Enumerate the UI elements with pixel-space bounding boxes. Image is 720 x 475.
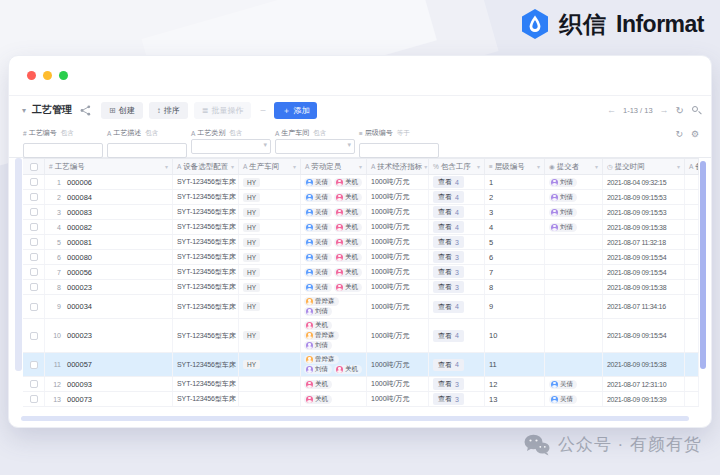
filter-operator: 包含 <box>145 129 158 138</box>
clock-icon: ◷ <box>607 163 613 171</box>
horizontal-scrollbar[interactable] <box>21 416 689 421</box>
view-steps-button[interactable]: 查看3 <box>433 251 464 263</box>
row-checkbox[interactable] <box>30 208 38 216</box>
column-header-10[interactable]: A备注▾ <box>685 159 699 174</box>
view-steps-button[interactable]: 查看4 <box>433 206 464 218</box>
row-checkbox[interactable] <box>30 253 38 261</box>
column-header-5[interactable]: A技术经济指标▾ <box>367 159 429 174</box>
column-header-6[interactable]: %包含工序▾ <box>429 159 485 174</box>
process-code-cell: 10000023 <box>45 319 173 352</box>
traffic-light-minimize[interactable] <box>43 71 52 80</box>
search-button[interactable] <box>691 105 701 115</box>
table-row[interactable]: 10000023SYT-123456型车床HY关机曾烨森刘倩1000吨/万元查看… <box>23 319 699 353</box>
filter-refresh-button[interactable]: ↻ <box>675 129 683 139</box>
table-row[interactable]: 6000080SYT-123456型车床HY吴倩关机1000吨/万元查看3620… <box>23 250 699 265</box>
filter-select[interactable]: ▾ <box>275 139 355 154</box>
table-row[interactable]: 2000084SYT-123456型车床HY吴倩关机1000吨/万元查看42刘倩… <box>23 190 699 205</box>
view-steps-button[interactable]: 查看3 <box>433 393 464 405</box>
filter-input[interactable] <box>107 143 187 158</box>
column-header-4[interactable]: A劳动定员▾ <box>301 159 367 174</box>
table-row[interactable]: 12000093SYT-123456型车床关机1000吨/万元查看312吴倩20… <box>23 377 699 392</box>
table-row[interactable]: 7000056SYT-123456型车床HY吴倩关机1000吨/万元查看3720… <box>23 265 699 280</box>
submitter-cell <box>545 250 603 264</box>
column-header-9[interactable]: ◷提交时间▾ <box>603 159 685 174</box>
table-row[interactable]: 1000006SYT-123456型车床HY吴倩关机1000吨/万元查看41刘倩… <box>23 175 699 190</box>
create-button[interactable]: ⊞ 创建 <box>101 102 143 119</box>
refresh-button[interactable]: ↻ <box>676 105 684 116</box>
column-header-8[interactable]: ◉提交者▾ <box>545 159 603 174</box>
filter-label: 工艺描述 <box>113 128 141 138</box>
chevron-down-icon: ▾ <box>537 163 540 170</box>
table-row[interactable]: 3000083SYT-123456型车床HY吴倩关机1000吨/万元查看43刘倩… <box>23 205 699 220</box>
level-cell: 7 <box>485 265 545 279</box>
view-steps-button[interactable]: 查看3 <box>433 281 464 293</box>
table-row[interactable]: 4000082SYT-123456型车床HY吴倩关机1000吨/万元查看44刘倩… <box>23 220 699 235</box>
table-row[interactable]: 13000073SYT-123456型车床关机1000吨/万元查看313吴倩20… <box>23 392 699 407</box>
person-name: 关机 <box>345 208 358 217</box>
row-checkbox[interactable] <box>30 238 38 246</box>
row-checkbox[interactable] <box>30 283 38 291</box>
avatar <box>306 269 313 276</box>
traffic-light-close[interactable] <box>27 71 36 80</box>
staff-cell: 吴倩关机 <box>301 205 367 219</box>
person-name: 吴倩 <box>315 223 328 232</box>
view-steps-button[interactable]: 查看3 <box>433 236 464 248</box>
row-checkbox[interactable] <box>30 395 38 403</box>
time-cell: 2021-08-07 12:31:10 <box>603 377 685 391</box>
staff-cell: 吴倩关机 <box>301 220 367 234</box>
row-select-cell <box>23 250 45 264</box>
steps-count: 3 <box>455 239 459 246</box>
view-steps-button[interactable]: 查看4 <box>433 221 464 233</box>
prev-page-button[interactable]: ← <box>607 105 616 115</box>
process-code-cell: 8000023 <box>45 280 173 294</box>
column-header-3[interactable]: A生产车间▾ <box>239 159 301 174</box>
next-page-button[interactable]: → <box>660 105 669 115</box>
steps-cell: 查看3 <box>429 235 485 249</box>
row-checkbox[interactable] <box>30 332 38 340</box>
view-steps-button[interactable]: 查看4 <box>433 301 464 313</box>
view-steps-button[interactable]: 查看3 <box>433 378 464 390</box>
row-select-cell <box>23 377 45 391</box>
person-name: 吴倩 <box>315 268 328 277</box>
vertical-scrollbar[interactable] <box>700 161 706 369</box>
filter-settings-button[interactable]: ⚙ <box>691 129 699 139</box>
table-row[interactable]: 8000023SYT-123456型车床HY吴倩关机1000吨/万元查看3820… <box>23 280 699 295</box>
collapse-chevron-icon[interactable]: ▾ <box>22 106 26 115</box>
row-checkbox[interactable] <box>30 303 38 311</box>
avatar <box>306 179 313 186</box>
row-checkbox[interactable] <box>30 193 38 201</box>
view-steps-button[interactable]: 查看4 <box>433 176 464 188</box>
sort-button[interactable]: ↕ 排序 <box>149 102 188 119</box>
steps-cell: 查看4 <box>429 190 485 204</box>
select-all-checkbox[interactable] <box>30 163 38 171</box>
row-checkbox[interactable] <box>30 361 38 369</box>
workshop-tag: HY <box>243 302 260 311</box>
person-chip: 关机 <box>304 321 332 330</box>
filter-select[interactable]: ▾ <box>191 139 271 154</box>
row-checkbox[interactable] <box>30 178 38 186</box>
view-steps-button[interactable]: 查看3 <box>433 266 464 278</box>
batch-actions-button[interactable]: ≣ 批量操作 <box>194 102 252 119</box>
row-checkbox[interactable] <box>30 223 38 231</box>
filter-label: 工艺类别 <box>197 128 225 138</box>
column-header-7[interactable]: ≡层级编号▾ <box>485 159 545 174</box>
view-steps-button[interactable]: 查看4 <box>433 191 464 203</box>
add-button[interactable]: ＋ 添加 <box>274 102 317 119</box>
process-code: 000023 <box>67 283 92 292</box>
note-cell <box>685 175 699 189</box>
filter-input[interactable] <box>23 143 103 158</box>
view-steps-button[interactable]: 查看4 <box>433 330 464 342</box>
note-cell <box>685 205 699 219</box>
avatar <box>336 194 343 201</box>
view-steps-button[interactable]: 查看4 <box>433 359 464 371</box>
column-header-1[interactable]: #工艺编号▾ <box>45 159 173 174</box>
share-icon[interactable] <box>80 105 91 116</box>
row-checkbox[interactable] <box>30 268 38 276</box>
table-row[interactable]: 11000057SYT-123456型车床HY曾烨森刘倩关机1000吨/万元查看… <box>23 353 699 377</box>
table-row[interactable]: 9000034SYT-123456型车床HY曾烨森刘倩1000吨/万元查看492… <box>23 295 699 319</box>
traffic-light-zoom[interactable] <box>59 71 68 80</box>
filter-input[interactable] <box>359 143 439 158</box>
column-header-2[interactable]: A设备选型配置▾ <box>173 159 239 174</box>
row-checkbox[interactable] <box>30 380 38 388</box>
table-row[interactable]: 5000081SYT-123456型车床HY吴倩关机1000吨/万元查看3520… <box>23 235 699 250</box>
